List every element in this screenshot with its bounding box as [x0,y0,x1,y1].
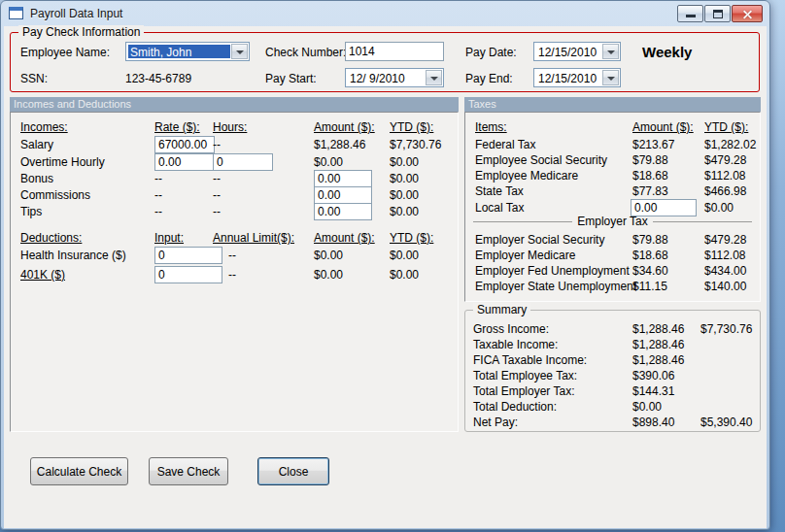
pay-date-dropdown-button[interactable] [602,44,619,59]
overtime-hours-input[interactable] [213,153,273,171]
employer-ss-label: Employer Social Security [475,233,604,247]
pay-end-dropdown-button[interactable] [602,70,619,85]
federal-tax-label: Federal Tax [475,138,535,151]
commissions-amount-input[interactable] [314,186,372,204]
col-deduction-ytd: YTD ($): [390,231,433,245]
federal-tax-ytd: $1,282.02 [704,138,756,151]
pay-start-dropdown-button[interactable] [426,70,442,85]
incomes-section-header: Incomes and Deductions [10,97,459,112]
commissions-label: Commissions [20,188,90,202]
total-employer-tax-label: Total Employer Tax: [473,384,575,398]
col-tax-amount: Amount ($): [632,120,694,134]
calculate-check-button[interactable]: Calculate Check [30,457,128,485]
titlebar[interactable]: Payroll Data Input [1,1,769,26]
save-check-button[interactable]: Save Check [149,457,228,485]
salary-rate-input[interactable] [154,136,215,153]
health-insurance-amount: $0.00 [314,249,343,262]
summary-group-title: Summary [473,303,530,316]
k401-ytd: $0.00 [390,268,419,282]
taxes-panel: Items: Amount ($): YTD ($): Federal Tax … [464,112,761,302]
taxable-income-amount: $1,288.46 [632,338,684,351]
tax-row-state: State Tax $77.83 $466.98 [465,184,760,202]
overtime-amount: $0.00 [314,155,343,169]
col-deductions: Deductions: [20,231,82,245]
col-annual-limit: Annual Limit($): [213,231,294,245]
pay-frequency-label: Weekly [642,44,692,60]
col-ytd: YTD ($): [390,120,433,134]
pay-date-label: Pay Date: [465,46,517,59]
bonus-amount-input[interactable] [314,170,372,187]
desktop: { "window": { "title": "Payroll Data Inp… [0,0,785,532]
total-employee-tax-amount: $390.06 [632,369,674,382]
payroll-window: Payroll Data Input Pay Check Information… [0,0,770,530]
gross-income-label: Gross Income: [473,322,549,336]
close-button[interactable]: Close [257,457,329,485]
ssn-label: SSN: [20,72,48,85]
overtime-rate-input[interactable] [154,153,215,171]
employer-state-unemployment-amount: $11.15 [632,280,667,293]
health-insurance-label: Health Insurance ($) [20,249,126,262]
fica-taxable-amount: $1,288.46 [632,353,684,367]
employer-fed-unemployment-amount: $34.60 [632,264,668,278]
employee-name-selected-value: Smith, John [128,45,230,58]
tips-amount-input[interactable] [314,203,372,220]
employee-ss-label: Employee Social Security [475,153,607,167]
close-window-button[interactable] [732,5,763,22]
taxable-income-label: Taxable Income: [473,338,558,351]
income-row-commissions: Commissions -- -- $0.00 [11,188,458,206]
employee-medicare-label: Employee Medicare [475,169,578,183]
minimize-button[interactable] [677,5,703,22]
employer-medicare-amount: $18.68 [632,249,668,262]
pay-end-picker[interactable]: 12/15/2010 [533,68,621,87]
col-rate: Rate ($): [154,120,200,134]
total-deduction-label: Total Deduction: [473,400,557,414]
k401-amount: $0.00 [314,268,343,282]
tax-row-employer-state-unemployment: Employer State Unemployment $11.15 $140.… [465,280,760,297]
paycheck-info-group: Pay Check Information Employee Name: Smi… [10,32,760,92]
deduction-row-401k: 401K ($) -- $0.00 $0.00 [11,268,458,285]
salary-label: Salary [20,138,53,151]
app-icon [9,7,23,19]
salary-amount: $1,288.46 [314,138,365,151]
bonus-label: Bonus [20,172,53,185]
k401-link[interactable]: 401K ($) [20,268,65,282]
check-number-input[interactable] [345,42,444,61]
tips-ytd: $0.00 [390,205,419,218]
taxes-section-header: Taxes [464,97,761,112]
col-hours: Hours: [213,120,247,134]
employee-name-combobox[interactable]: Smith, John [125,42,250,61]
total-employer-tax-amount: $144.31 [632,384,674,398]
window-title: Payroll Data Input [30,7,122,20]
employer-tax-divider: Employer Tax [473,215,752,228]
overtime-label: Overtime Hourly [20,155,105,169]
employee-name-dropdown-button[interactable] [231,44,248,59]
total-deduction-amount: $0.00 [632,400,662,414]
employee-medicare-ytd: $112.08 [704,169,746,183]
bonus-ytd: $0.00 [390,172,419,185]
health-insurance-input[interactable] [154,247,222,264]
summary-row-net-pay: Net Pay: $898.40 $5,390.40 [465,416,760,433]
total-employee-tax-label: Total Employee Tax: [473,369,577,382]
k401-input[interactable] [154,266,222,283]
employee-ss-amount: $79.88 [632,153,668,167]
gross-income-ytd: $7,730.76 [700,322,752,336]
employer-ss-ytd: $479.28 [704,233,746,247]
chevron-down-icon [607,50,615,54]
pay-date-picker[interactable]: 12/15/2010 [533,42,621,61]
employee-ss-ytd: $479.28 [704,153,746,167]
gross-income-amount: $1,288.46 [632,322,684,336]
col-input: Input: [154,231,184,245]
pay-end-label: Pay End: [465,72,513,85]
maximize-button[interactable] [704,5,731,22]
chevron-down-icon [236,50,244,54]
local-tax-label: Local Tax [475,201,524,215]
salary-hours: -- [213,138,221,151]
state-tax-amount: $77.83 [632,184,668,198]
employee-medicare-amount: $18.68 [632,169,668,183]
employer-medicare-label: Employer Medicare [475,249,575,262]
pay-start-picker[interactable]: 12/ 9/2010 [345,68,444,87]
bonus-hours: -- [213,172,221,185]
incomes-column-headers: Incomes: Rate ($): Hours: Amount ($): YT… [11,120,458,138]
k401-limit: -- [228,268,236,282]
col-deduction-amount: Amount ($): [314,231,375,245]
